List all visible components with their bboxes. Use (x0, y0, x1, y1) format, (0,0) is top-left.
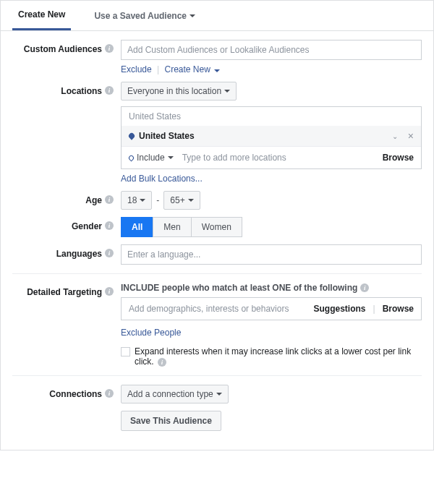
divider (12, 375, 422, 376)
gender-all-button[interactable]: All (121, 217, 153, 237)
create-new-label: Create New (165, 64, 210, 74)
location-selected-row[interactable]: United States ⌄ × (122, 126, 421, 146)
divider (12, 273, 422, 274)
info-icon[interactable]: i (105, 86, 114, 95)
separator: | (157, 64, 159, 74)
location-scope-value: Everyone in this location (127, 86, 221, 96)
info-icon[interactable]: i (105, 44, 114, 53)
locations-label: Locations (61, 86, 102, 96)
age-max-value: 65+ (170, 195, 184, 205)
tab-create-new[interactable]: Create New (12, 1, 71, 30)
info-icon[interactable]: i (105, 287, 114, 296)
age-label: Age (85, 195, 102, 205)
languages-input[interactable] (121, 244, 422, 265)
pin-outline-icon (128, 154, 135, 161)
browse-locations-button[interactable]: Browse (383, 153, 414, 163)
connections-dropdown[interactable]: Add a connection type (121, 385, 229, 403)
custom-audiences-label: Custom Audiences (24, 44, 102, 54)
connections-label: Connections (49, 389, 102, 399)
create-new-link[interactable]: Create New (165, 64, 221, 74)
suggestions-button[interactable]: Suggestions (314, 304, 366, 314)
info-icon[interactable]: i (105, 249, 114, 257)
info-icon[interactable]: i (360, 283, 369, 292)
location-selected-name: United States (139, 131, 388, 141)
location-scope-dropdown[interactable]: Everyone in this location (121, 82, 237, 101)
chevron-down-icon[interactable]: ⌄ (392, 132, 398, 140)
location-search-input[interactable] (179, 150, 383, 166)
info-icon[interactable]: i (105, 389, 114, 398)
location-group-header: United States (122, 107, 421, 126)
age-max-dropdown[interactable]: 65+ (163, 191, 200, 210)
caret-down-icon (168, 156, 174, 159)
expand-interests-text: Expand interests when it may increase li… (135, 346, 422, 367)
info-icon[interactable]: i (105, 195, 114, 204)
browse-button[interactable]: Browse (383, 304, 414, 314)
age-separator: - (156, 195, 159, 205)
tabs: Create New Use a Saved Audience (1, 1, 433, 31)
caret-down-icon (140, 199, 145, 202)
close-icon[interactable]: × (408, 130, 414, 142)
info-icon[interactable]: i (105, 221, 114, 230)
expand-interests-label: Expand interests when it may increase li… (135, 346, 411, 367)
gender-women-button[interactable]: Women (191, 217, 242, 237)
exclude-people-link[interactable]: Exclude People (121, 328, 181, 338)
caret-down-icon (214, 69, 220, 72)
info-icon[interactable]: i (158, 358, 166, 367)
locations-box: United States United States ⌄ × Include (121, 106, 422, 169)
include-dropdown[interactable]: Include (129, 153, 174, 163)
detailed-targeting-label: Detailed Targeting (27, 287, 102, 297)
save-audience-button[interactable]: Save This Audience (121, 411, 221, 431)
caret-down-icon (224, 90, 230, 93)
caret-down-icon (188, 199, 194, 202)
tab-saved-audience[interactable]: Use a Saved Audience (88, 1, 201, 30)
audience-panel: Create New Use a Saved Audience Custom A… (0, 0, 434, 450)
pin-icon (127, 132, 135, 140)
gender-label: Gender (72, 221, 102, 231)
gender-button-group: All Men Women (121, 217, 422, 237)
detailed-targeting-box: Suggestions | Browse (121, 297, 422, 320)
age-min-value: 18 (127, 195, 137, 205)
include-title: INCLUDE people who match at least ONE of… (121, 283, 357, 293)
caret-down-icon (190, 14, 195, 17)
custom-audiences-input[interactable] (121, 40, 422, 60)
gender-men-button[interactable]: Men (153, 217, 191, 237)
include-label: Include (137, 153, 165, 163)
exclude-link[interactable]: Exclude (121, 64, 152, 74)
content: Custom Audiences i Exclude | Create New … (1, 31, 433, 450)
detailed-targeting-input[interactable] (129, 304, 314, 314)
expand-interests-checkbox[interactable] (121, 347, 130, 356)
age-min-dropdown[interactable]: 18 (121, 191, 152, 210)
tab-saved-label: Use a Saved Audience (94, 11, 187, 21)
separator: | (373, 304, 375, 314)
caret-down-icon (216, 393, 222, 396)
connections-value: Add a connection type (127, 389, 213, 399)
add-bulk-locations-link[interactable]: Add Bulk Locations... (121, 174, 203, 184)
languages-label: Languages (56, 249, 102, 259)
